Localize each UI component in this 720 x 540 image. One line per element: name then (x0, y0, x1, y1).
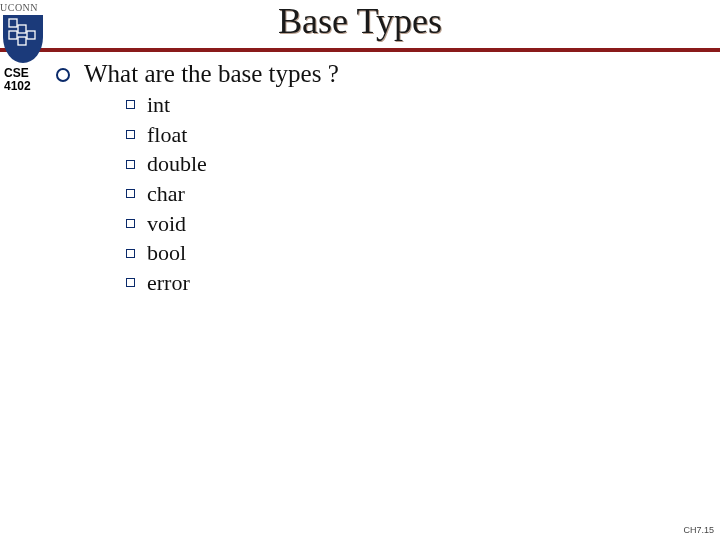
square-bullet-icon (126, 219, 135, 228)
type-name: bool (147, 238, 186, 268)
list-item: bool (126, 238, 700, 268)
svg-rect-3 (9, 31, 17, 39)
square-bullet-icon (126, 278, 135, 287)
list-item: char (126, 179, 700, 209)
svg-rect-1 (18, 25, 26, 33)
title-underline (0, 48, 720, 52)
svg-rect-2 (27, 31, 35, 39)
type-list: int float double char void bool (126, 90, 700, 298)
course-code: CSE 4102 (4, 67, 31, 93)
list-item: void (126, 209, 700, 239)
uconn-logo (3, 15, 43, 63)
shield-icon (3, 15, 43, 63)
question-text: What are the base types ? (84, 60, 339, 88)
question-row: What are the base types ? (56, 60, 700, 88)
slide: UCONN Base Types CSE 4102 What are the b… (0, 0, 720, 540)
slide-number: CH7.15 (683, 525, 714, 535)
circle-bullet-icon (56, 68, 70, 82)
square-bullet-icon (126, 100, 135, 109)
list-item: double (126, 149, 700, 179)
list-item: int (126, 90, 700, 120)
type-name: double (147, 149, 207, 179)
square-bullet-icon (126, 249, 135, 258)
square-bullet-icon (126, 130, 135, 139)
list-item: error (126, 268, 700, 298)
list-item: float (126, 120, 700, 150)
square-bullet-icon (126, 160, 135, 169)
type-name: error (147, 268, 190, 298)
course-number: 4102 (4, 80, 31, 93)
content-area: What are the base types ? int float doub… (56, 60, 700, 298)
type-name: void (147, 209, 186, 239)
type-name: float (147, 120, 187, 150)
square-bullet-icon (126, 189, 135, 198)
type-name: int (147, 90, 170, 120)
slide-title: Base Types (0, 0, 720, 42)
svg-rect-0 (9, 19, 17, 27)
svg-rect-4 (18, 37, 26, 45)
type-name: char (147, 179, 185, 209)
